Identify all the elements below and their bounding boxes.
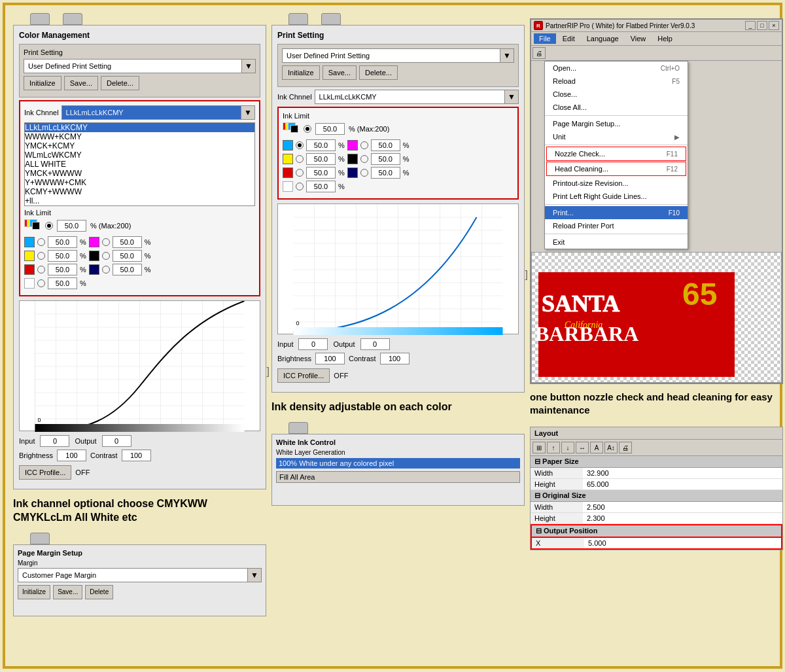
margin-initialize-btn[interactable]: Initialize — [18, 585, 50, 599]
mid-red-radio[interactable] — [296, 169, 304, 177]
paper-height-value[interactable]: 65.000 — [583, 479, 782, 489]
cyan-input[interactable] — [48, 236, 77, 248]
menu-printout-size[interactable]: Printout-size Revision... — [545, 177, 688, 190]
mid-yellow-radio[interactable] — [296, 155, 304, 163]
initialize-button[interactable]: Initialize — [24, 76, 61, 90]
language-menu[interactable]: Language — [582, 33, 624, 44]
menu-reload[interactable]: Reload F5 — [545, 75, 688, 88]
ink-channel-dropdown[interactable]: LLkLmLcLkKCMY ▼ — [61, 105, 255, 120]
menu-open[interactable]: Open... Ctrl+O — [545, 62, 688, 75]
mid-dropdown-arrow[interactable]: ▼ — [500, 49, 514, 62]
mid-output-value[interactable] — [360, 338, 390, 350]
dropdown-item-3[interactable]: WLmLcWKCMY — [25, 150, 254, 160]
file-menu[interactable]: File — [534, 33, 556, 44]
mid-yellow-input[interactable] — [306, 153, 336, 165]
menu-exit[interactable]: Exit — [545, 236, 688, 249]
menu-unit[interactable]: Unit ▶ — [545, 130, 688, 143]
menu-close-all[interactable]: Close All... — [545, 101, 688, 114]
output-x-value[interactable]: 5.000 — [584, 538, 781, 548]
menu-print-guide[interactable]: Print Left Right Guide Lines... — [545, 190, 688, 203]
dropdown-item-4[interactable]: ALL WHITE — [25, 160, 254, 169]
mid-white-input[interactable] — [306, 181, 336, 192]
delete-button[interactable]: Delete... — [101, 76, 139, 90]
cyan-radio[interactable] — [37, 238, 45, 246]
customer-margin-dropdown[interactable]: Customer Page Margin ▼ — [18, 568, 262, 582]
mid-input-value[interactable] — [298, 338, 328, 350]
view-menu[interactable]: View — [625, 33, 652, 44]
close-btn[interactable]: × — [769, 21, 779, 30]
dark-blue-input[interactable] — [113, 264, 142, 275]
yellow-radio[interactable] — [37, 252, 45, 260]
dropdown-item-6[interactable]: Y+WWWW+CMK — [25, 178, 254, 187]
mid-initialize-btn[interactable]: Initialize — [282, 65, 320, 80]
toolbar-btn1[interactable]: 🖨 — [532, 47, 546, 59]
dropdown-item-2[interactable]: YMCK+KCMY — [25, 141, 254, 150]
white-radio[interactable] — [37, 279, 45, 287]
help-menu[interactable]: Help — [652, 33, 678, 44]
edit-menu[interactable]: Edit — [557, 33, 580, 44]
dropdown-item-0[interactable]: LLkLmLcLkKCMY — [25, 123, 254, 132]
black-radio[interactable] — [102, 252, 110, 260]
mid-delete-btn[interactable]: Delete... — [359, 65, 398, 80]
layout-tool-1[interactable]: ⊞ — [532, 442, 546, 453]
magenta-input[interactable] — [113, 236, 142, 248]
dropdown-item-8[interactable]: +ll... — [25, 196, 254, 205]
white-layer-option1[interactable]: 100% White under any colored pixel — [276, 458, 520, 469]
menu-print[interactable]: Print... F10 — [545, 206, 688, 219]
minimize-btn[interactable]: _ — [745, 21, 756, 30]
menu-close[interactable]: Close... — [545, 88, 688, 101]
dropdown-item-1[interactable]: WWWW+KCMY — [25, 132, 254, 141]
mid-dark-blue-input[interactable] — [371, 167, 400, 179]
customer-margin-arrow[interactable]: ▼ — [247, 569, 261, 582]
ink-channel-arrow[interactable]: ▼ — [241, 106, 254, 119]
margin-save-btn[interactable]: Save... — [53, 585, 82, 599]
mid-user-defined-dropdown[interactable]: User Defined Print Setting ▼ — [282, 48, 514, 63]
layout-tool-4[interactable]: ↔ — [576, 442, 589, 453]
mid-black-radio[interactable] — [360, 155, 368, 163]
white-input[interactable] — [48, 277, 77, 289]
white-layer-option2[interactable]: Fill All Area — [276, 471, 520, 483]
menu-page-margin[interactable]: Page Margin Setup... — [545, 117, 688, 130]
orig-width-value[interactable]: 2.500 — [583, 502, 782, 512]
layout-tool-6[interactable]: A↕ — [604, 442, 618, 453]
paper-size-section[interactable]: ⊟ Paper Size — [531, 456, 782, 468]
margin-delete-btn[interactable]: Delete — [85, 585, 113, 599]
black-input[interactable] — [113, 250, 142, 262]
mid-ink-channel-dropdown[interactable]: LLkLmLcLkKCMY ▼ — [315, 90, 519, 104]
red-input[interactable] — [48, 264, 77, 275]
brightness-input[interactable] — [57, 450, 86, 461]
orig-height-value[interactable]: 2.300 — [583, 513, 782, 523]
output-value[interactable] — [102, 435, 131, 447]
icc-profile-button[interactable]: ICC Profile... — [19, 465, 71, 480]
mid-dark-blue-radio[interactable] — [360, 169, 368, 177]
dropdown-item-5[interactable]: YMCK+WWWW — [25, 169, 254, 178]
mid-icc-profile-btn[interactable]: ICC Profile... — [277, 368, 330, 383]
mid-cyan-radio[interactable] — [296, 141, 304, 149]
paper-width-value[interactable]: 32.900 — [583, 468, 782, 478]
mid-white-radio[interactable] — [296, 183, 304, 190]
layout-tool-5[interactable]: A — [590, 442, 603, 453]
mid-magenta-radio[interactable] — [360, 141, 368, 149]
user-defined-dropdown[interactable]: User Defined Print Setting ▼ — [24, 59, 256, 73]
output-position-section[interactable]: ⊟ Output Position — [531, 524, 782, 538]
mid-brightness-input[interactable] — [315, 353, 345, 364]
menu-reload-printer-port[interactable]: Reload Printer Port — [545, 219, 688, 232]
red-radio[interactable] — [37, 266, 45, 274]
mid-ink-radio[interactable] — [304, 125, 311, 133]
layout-tool-7[interactable]: 🖨 — [619, 442, 632, 453]
dropdown-arrow-btn[interactable]: ▼ — [241, 60, 255, 73]
layout-tool-2[interactable]: ↑ — [547, 442, 560, 453]
ink-limit-input[interactable] — [57, 220, 86, 232]
dark-blue-radio[interactable] — [102, 266, 110, 274]
mid-save-btn[interactable]: Save... — [323, 65, 357, 80]
maximize-btn[interactable]: □ — [757, 21, 767, 30]
input-value[interactable] — [40, 435, 69, 447]
layout-tool-3[interactable]: ↓ — [561, 442, 574, 453]
contrast-input[interactable] — [122, 450, 151, 461]
mid-magenta-input[interactable] — [371, 139, 400, 151]
mid-black-input[interactable] — [371, 153, 400, 165]
mid-ink-channel-arrow[interactable]: ▼ — [504, 90, 518, 103]
mid-red-input[interactable] — [306, 167, 336, 179]
save-button[interactable]: Save... — [64, 76, 98, 90]
menu-nozzle-check[interactable]: Nozzle Check... F11 — [547, 147, 686, 160]
